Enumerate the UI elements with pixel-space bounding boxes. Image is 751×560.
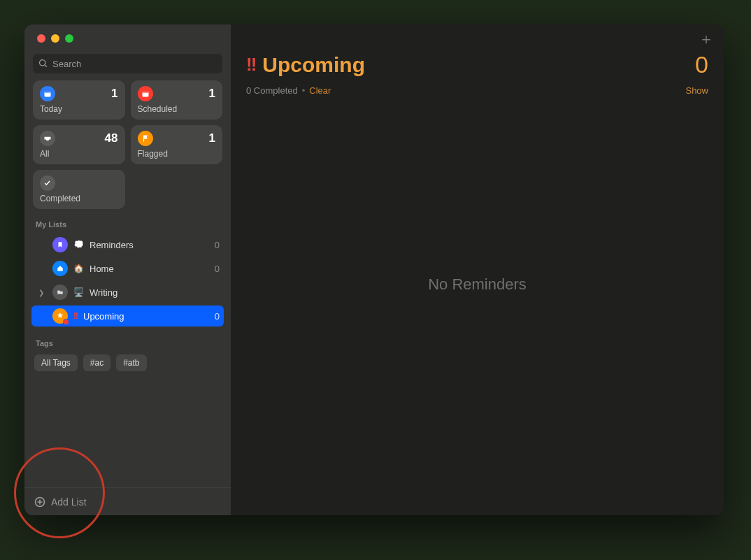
checkmark-icon	[40, 175, 55, 191]
smart-flagged-count: 1	[209, 131, 215, 145]
list-emoji: 🖥️	[73, 287, 84, 297]
main-header: !! Upcoming 0	[231, 47, 724, 78]
page-title: Upcoming	[262, 53, 365, 77]
list-item-home[interactable]: 🏠 Home 0	[31, 258, 224, 279]
smart-scheduled-label: Scheduled	[138, 104, 216, 114]
smart-list-flagged[interactable]: 1 Flagged	[131, 125, 223, 164]
clear-button[interactable]: Clear	[309, 85, 331, 96]
tags-row: All Tags #ac #atb	[24, 352, 231, 374]
chevron-right-icon[interactable]: ❯	[36, 289, 47, 296]
priority-icon: !!	[246, 54, 255, 76]
minimize-window-button[interactable]	[51, 34, 59, 43]
gear-badge-icon	[63, 319, 69, 325]
smart-all-count: 48	[105, 131, 118, 145]
search-field[interactable]	[33, 54, 222, 73]
list-count: 0	[215, 311, 220, 322]
smart-scheduled-count: 1	[209, 87, 215, 101]
calendar-icon	[40, 86, 55, 101]
add-list-label: Add List	[51, 496, 87, 508]
list-name: Upcoming	[83, 311, 209, 322]
completed-count-text: 0 Completed	[246, 85, 298, 96]
plus-circle-icon	[34, 496, 45, 508]
tray-icon	[40, 131, 55, 146]
tag-ac[interactable]: #ac	[83, 354, 110, 371]
smart-list-scheduled[interactable]: 1 Scheduled	[131, 80, 223, 120]
smart-all-label: All	[40, 149, 118, 159]
window-controls	[24, 24, 231, 51]
show-button[interactable]: Show	[685, 85, 708, 96]
separator-dot: •	[302, 85, 306, 96]
list-name: Writing	[90, 287, 220, 298]
bookmark-icon	[52, 237, 68, 252]
smart-lists: 1 Today 1 Scheduled 48	[24, 80, 231, 209]
smart-today-label: Today	[40, 104, 118, 114]
list-item-reminders[interactable]: 💭 Reminders 0	[31, 234, 224, 255]
list-count: 0	[215, 240, 220, 250]
smart-completed-label: Completed	[40, 194, 118, 203]
add-list-button[interactable]: Add List	[24, 487, 231, 515]
tag-atb[interactable]: #atb	[116, 354, 146, 371]
svg-rect-3	[142, 91, 148, 92]
main-pane: ＋ !! Upcoming 0 0 Completed • Clear Show…	[231, 24, 724, 515]
list-name: Home	[90, 264, 209, 274]
priority-icon: !!	[73, 311, 78, 321]
list-item-writing[interactable]: ❯ 🖥️ Writing	[31, 282, 224, 303]
tags-heading: Tags	[24, 328, 231, 352]
calendar-icon	[138, 86, 153, 101]
search-icon	[38, 59, 48, 69]
smart-flagged-label: Flagged	[138, 149, 216, 159]
smart-list-all[interactable]: 48 All	[33, 125, 125, 164]
smart-list-icon	[52, 308, 68, 324]
total-count: 0	[695, 51, 708, 78]
tag-all[interactable]: All Tags	[34, 354, 78, 371]
sidebar: 1 Today 1 Scheduled 48	[24, 24, 231, 515]
folder-icon	[52, 285, 68, 300]
list-count: 0	[215, 264, 220, 274]
app-window: 1 Today 1 Scheduled 48	[24, 24, 724, 515]
svg-rect-1	[45, 91, 51, 92]
list-item-upcoming[interactable]: !! Upcoming 0	[31, 306, 224, 326]
flag-icon	[138, 131, 153, 146]
house-icon	[52, 261, 68, 276]
smart-list-completed[interactable]: Completed	[33, 170, 125, 209]
list-emoji: 💭	[73, 240, 84, 250]
list-emoji: 🏠	[73, 264, 84, 273]
subheader: 0 Completed • Clear Show	[231, 78, 724, 96]
my-lists-heading: My Lists	[24, 209, 231, 233]
maximize-window-button[interactable]	[65, 34, 73, 43]
close-window-button[interactable]	[37, 34, 45, 43]
empty-state-text: No Reminders	[231, 96, 724, 515]
search-input[interactable]	[52, 59, 217, 69]
smart-today-count: 1	[111, 87, 117, 101]
new-reminder-button[interactable]: ＋	[699, 31, 714, 47]
list-name: Reminders	[90, 240, 209, 250]
smart-list-today[interactable]: 1 Today	[33, 80, 125, 120]
